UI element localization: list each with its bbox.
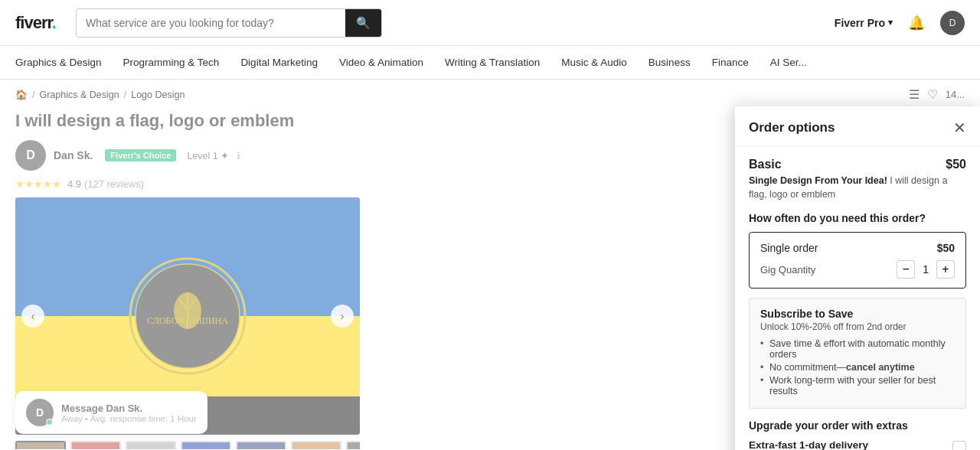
breadcrumb-sep1: / — [32, 90, 34, 100]
rating-value: 4.9 — [67, 178, 81, 190]
quantity-plus-button[interactable]: + — [936, 260, 955, 279]
basic-summary-row: Basic $50 — [749, 158, 966, 171]
carousel-prev-button[interactable]: ‹ — [21, 305, 44, 328]
basic-price: $50 — [946, 158, 966, 171]
extra-fast-delivery: Extra-fast 1-day delivery $10 — [749, 439, 966, 450]
fiverr-logo: fiverr. — [15, 13, 56, 33]
nav-item-music[interactable]: Music & Audio — [561, 47, 627, 77]
search-button[interactable]: 🔍 — [345, 9, 381, 37]
quantity-minus-button[interactable]: − — [897, 260, 915, 279]
main-content: I will design a flag, logo or emblem D D… — [0, 106, 980, 449]
share-count: 14... — [946, 89, 965, 100]
single-order-price: $50 — [937, 242, 955, 254]
subscribe-bullets: Save time & effort with automatic monthl… — [760, 338, 955, 396]
breadcrumb-link-graphics[interactable]: Graphics & Design — [39, 90, 119, 100]
search-input[interactable] — [77, 11, 345, 35]
header-right: Fiverr Pro ▾ 🔔 D — [835, 11, 965, 35]
thumbnail-3[interactable] — [126, 441, 176, 449]
basic-label: Basic — [749, 158, 782, 171]
subscribe-title: Subscribe to Save — [760, 308, 955, 320]
thumbnail-4[interactable] — [181, 441, 231, 449]
chat-bubble[interactable]: D Message Dan Sk. Away • Avg. response t… — [15, 391, 207, 434]
gig-title: I will design a flag, logo or emblem — [15, 111, 781, 131]
carousel-next-button[interactable]: › — [331, 305, 354, 328]
chat-status: Away • Avg. response time: 1 Hour — [61, 414, 197, 423]
avatar[interactable]: D — [940, 11, 965, 35]
thumbnail-1[interactable] — [15, 441, 66, 449]
nav-item-business[interactable]: Business — [648, 47, 691, 77]
nav-item-graphics[interactable]: Graphics & Design — [15, 47, 102, 77]
nav-item-writing[interactable]: Writing & Translation — [445, 47, 540, 77]
fiverr-choice-badge: Fiverr's Choice — [105, 149, 176, 161]
quantity-controls: − 1 + — [897, 260, 955, 279]
fiverr-pro-button[interactable]: Fiverr Pro ▾ — [835, 17, 893, 29]
basic-description: Single Design From Your Idea! I will des… — [749, 174, 966, 201]
info-icon[interactable]: ℹ — [237, 150, 240, 161]
breadcrumb-sep2: / — [124, 90, 126, 100]
favorite-icon[interactable]: ♡ — [927, 87, 938, 102]
header: fiverr. 🔍 Fiverr Pro ▾ 🔔 D — [0, 0, 980, 46]
subscribe-bullet-1: Save time & effort with automatic monthl… — [760, 338, 955, 360]
level-badge: Level 1 ✦ — [187, 150, 229, 161]
single-order-box[interactable]: Single order $50 Gig Quantity − 1 + — [749, 232, 966, 289]
star-rating: ★★★★★ — [15, 178, 61, 190]
extra-fast-info: Extra-fast 1-day delivery $10 — [749, 439, 952, 450]
gig-quantity-label: Gig Quantity — [760, 264, 815, 276]
subscribe-subtitle: Unlock 10%-20% off from 2nd order — [760, 321, 955, 332]
nav-bar: Graphics & Design Programming & Tech Dig… — [0, 46, 980, 80]
notifications-icon[interactable]: 🔔 — [908, 15, 925, 31]
seller-row: D Dan Sk. Fiverr's Choice Level 1 ✦ ℹ — [15, 140, 781, 171]
chevron-down-icon: ▾ — [888, 18, 893, 28]
thumbnail-2[interactable] — [70, 441, 121, 449]
order-panel-title: Order options — [749, 120, 835, 135]
extra-fast-name: Extra-fast 1-day delivery — [749, 439, 952, 450]
close-button[interactable]: ✕ — [953, 119, 966, 137]
nav-item-marketing[interactable]: Digital Marketing — [240, 47, 318, 77]
menu-icon[interactable]: ☰ — [909, 87, 920, 102]
breadcrumb: 🏠 / Graphics & Design / Logo Design ☰ ♡ … — [0, 80, 980, 106]
chat-avatar: D — [26, 399, 54, 426]
extra-fast-checkbox[interactable] — [952, 441, 966, 450]
how-often-label: How often do you need this order? — [749, 212, 966, 224]
order-panel-header: Order options ✕ — [735, 106, 980, 147]
nav-item-finance[interactable]: Finance — [712, 47, 749, 77]
search-bar: 🔍 — [76, 8, 382, 38]
nav-item-ai[interactable]: AI Ser... — [770, 47, 807, 77]
quantity-row: Gig Quantity − 1 + — [760, 260, 955, 279]
single-order-label: Single order — [760, 242, 818, 254]
thumbnail-5[interactable] — [236, 441, 286, 449]
online-status-dot — [46, 419, 53, 426]
subscribe-bullet-2: No commitment—cancel anytime — [760, 362, 955, 373]
chat-info: Message Dan Sk. Away • Avg. response tim… — [61, 403, 197, 423]
order-panel-body: Basic $50 Single Design From Your Idea! … — [735, 147, 980, 450]
single-order-row: Single order $50 — [760, 242, 955, 254]
quantity-value: 1 — [923, 263, 929, 276]
subscribe-bullet-3: Work long-term with your seller for best… — [760, 375, 955, 396]
nav-item-video[interactable]: Video & Animation — [339, 47, 423, 77]
home-icon[interactable]: 🏠 — [15, 89, 28, 100]
chat-seller-name: Message Dan Sk. — [61, 403, 197, 414]
extras-label: Upgrade your order with extras — [749, 419, 966, 432]
thumbnail-6[interactable] — [291, 441, 341, 449]
thumbnail-strip — [15, 441, 360, 449]
nav-item-programming[interactable]: Programming & Tech — [123, 47, 220, 77]
thumbnail-7[interactable] — [346, 441, 360, 449]
seller-name[interactable]: Dan Sk. — [54, 149, 93, 161]
order-options-panel: Order options ✕ Basic $50 Single Design … — [735, 106, 980, 450]
subscribe-box[interactable]: Subscribe to Save Unlock 10%-20% off fro… — [749, 298, 966, 409]
breadcrumb-link-logo[interactable]: Logo Design — [131, 90, 185, 100]
avatar: D — [15, 140, 46, 171]
reviews-link[interactable]: (127 reviews) — [84, 178, 144, 190]
